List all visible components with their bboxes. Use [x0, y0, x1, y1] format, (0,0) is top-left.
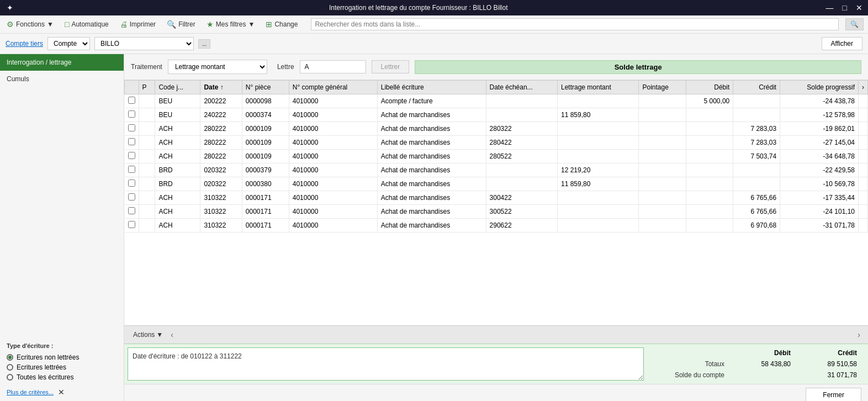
filtrer-button[interactable]: 🔍 Filtrer — [165, 19, 198, 30]
lettre-input[interactable] — [300, 60, 366, 73]
table-row[interactable]: ACH28022200001094010000Achat de marchand… — [125, 136, 868, 150]
th-echeance[interactable]: Date échéan... — [486, 81, 557, 94]
close-button[interactable]: ✕ — [854, 3, 865, 12]
table-row[interactable]: ACH31032200001714010000Achat de marchand… — [125, 205, 868, 219]
mes-filtres-label: Mes filtres — [216, 20, 246, 28]
table-row[interactable]: ACH28022200001094010000Achat de marchand… — [125, 122, 868, 136]
row-checkbox[interactable] — [128, 124, 135, 131]
th-scroll[interactable]: › — [859, 81, 868, 94]
radio-toutes-circle — [7, 374, 13, 381]
actions-label: Actions — [133, 331, 155, 339]
row-checkbox[interactable] — [128, 221, 135, 228]
row-checkbox[interactable] — [128, 152, 135, 159]
maximize-button[interactable]: □ — [840, 3, 849, 12]
search-input[interactable] — [311, 18, 839, 30]
radio-non-lettrees-label: Ecritures non lettrées — [17, 353, 79, 361]
th-piece[interactable]: N° pièce — [242, 81, 289, 94]
automatique-icon: □ — [65, 20, 69, 29]
minimize-button[interactable]: — — [824, 3, 836, 12]
table-row[interactable]: BRD02032200003804010000Achat de marchand… — [125, 177, 868, 191]
traitement-bar: Traitement Lettrage montant Lettre Lettr… — [124, 54, 868, 80]
expand-dots-button[interactable]: ... — [198, 39, 210, 49]
table-row[interactable]: BRD02032200003794010000Achat de marchand… — [125, 163, 868, 177]
table-row[interactable]: BEU20022200000984010000Acompte / facture… — [125, 94, 868, 108]
fonctions-button[interactable]: ⚙ Fonctions ▼ — [4, 19, 56, 30]
th-compte[interactable]: N° compte général — [289, 81, 377, 94]
row-checkbox[interactable] — [128, 110, 135, 118]
date-info-textarea[interactable]: Date d'écriture : de 010122 à 311222 — [128, 347, 644, 381]
radio-lettrees[interactable]: Ecritures lettrées — [7, 363, 117, 371]
imprimer-label: Imprimer — [130, 20, 156, 28]
row-checkbox[interactable] — [128, 166, 135, 173]
toolbar: ⚙ Fonctions ▼ □ Automatique 🖨 Imprimer 🔍… — [0, 15, 868, 34]
sidebar: Interrogation / lettrage Cumuls Type d'é… — [0, 54, 124, 401]
mes-filtres-icon: ★ — [207, 20, 214, 29]
th-credit[interactable]: Crédit — [733, 81, 780, 94]
main-layout: Interrogation / lettrage Cumuls Type d'é… — [0, 54, 868, 401]
fermer-button[interactable]: Fermer — [806, 388, 861, 401]
th-date[interactable]: Date ↑ — [200, 81, 242, 94]
imprimer-button[interactable]: 🖨 Imprimer — [118, 19, 158, 30]
mes-filtres-button[interactable]: ★ Mes filtres ▼ — [204, 19, 257, 30]
compte-dropdown[interactable]: Compte — [47, 37, 90, 50]
th-pointage[interactable]: Pointage — [639, 81, 686, 94]
radio-group: Ecritures non lettrées Ecritures lettrée… — [0, 351, 124, 383]
billo-dropdown[interactable]: BILLO — [94, 37, 194, 50]
traitement-select[interactable]: Lettrage montant — [168, 60, 267, 74]
window-controls: — □ ✕ — [824, 3, 865, 12]
sidebar-item-cumuls[interactable]: Cumuls — [0, 71, 124, 87]
th-p[interactable]: P — [139, 81, 155, 94]
fonctions-dropdown-icon: ▼ — [47, 20, 54, 28]
actions-button[interactable]: Actions ▼ — [130, 329, 166, 340]
clear-criteria-button[interactable]: ✕ — [58, 388, 65, 397]
table-row[interactable]: ACH28022200001094010000Achat de marchand… — [125, 150, 868, 163]
radio-non-lettrees-circle — [7, 354, 13, 361]
table-row[interactable]: ACH31032200001714010000Achat de marchand… — [125, 219, 868, 233]
bottom-btn-bar: Fermer — [124, 384, 868, 401]
compte-tiers-link[interactable]: Compte tiers — [6, 40, 43, 48]
solde-lettrage-button[interactable]: Solde lettrage — [415, 60, 861, 74]
compte-bar: Compte tiers Compte BILLO ... Afficher — [0, 34, 868, 54]
sidebar-item-interrogation[interactable]: Interrogation / lettrage — [0, 54, 124, 71]
scroll-left-button[interactable]: ‹ — [168, 329, 176, 340]
lettre-label: Lettre — [277, 63, 294, 71]
fonctions-icon: ⚙ — [7, 20, 14, 29]
more-criteria-link[interactable]: Plus de critères... — [7, 389, 54, 395]
table-container: P Code j... Date ↑ N° pièce N° compte gé… — [124, 80, 868, 325]
radio-lettrees-circle — [7, 364, 13, 371]
row-checkbox[interactable] — [128, 97, 135, 104]
totals-header-row: Débit Crédit — [658, 349, 857, 357]
th-lettrage[interactable]: Lettrage montant — [558, 81, 639, 94]
th-code[interactable]: Code j... — [155, 81, 200, 94]
sidebar-bottom-section: Type d'écriture : Ecritures non lettrées… — [0, 334, 124, 401]
row-checkbox[interactable] — [128, 193, 135, 200]
title-bar-title: Interrogation et lettrage du compte Four… — [13, 4, 824, 12]
table-row[interactable]: BEU24022200003744010000Achat de marchand… — [125, 108, 868, 122]
radio-toutes-label: Toutes les écritures — [17, 373, 73, 381]
search-button[interactable]: 🔍 — [845, 18, 864, 30]
change-label: Change — [274, 20, 298, 28]
automatique-button[interactable]: □ Automatique — [62, 19, 111, 30]
actions-dropdown-icon: ▼ — [156, 331, 163, 339]
row-checkbox[interactable] — [128, 180, 135, 187]
row-checkbox[interactable] — [128, 138, 135, 145]
row-checkbox[interactable] — [128, 207, 135, 214]
radio-non-lettrees[interactable]: Ecritures non lettrées — [7, 353, 117, 361]
th-libelle[interactable]: Libellé écriture — [377, 81, 486, 94]
sidebar-item-interrogation-label: Interrogation / lettrage — [7, 59, 71, 66]
lettrer-button[interactable]: Lettrer — [372, 60, 410, 73]
change-icon: ⊞ — [266, 20, 272, 29]
change-button[interactable]: ⊞ Change — [263, 19, 300, 30]
afficher-button[interactable]: Afficher — [822, 37, 862, 50]
filtrer-label: Filtrer — [178, 20, 195, 28]
table-row[interactable]: ACH31032200001714010000Achat de marchand… — [125, 191, 868, 205]
th-solde[interactable]: Solde progressif — [780, 81, 859, 94]
scroll-right-button[interactable]: › — [855, 329, 862, 340]
th-debit[interactable]: Débit — [686, 81, 733, 94]
radio-toutes[interactable]: Toutes les écritures — [7, 373, 117, 381]
imprimer-icon: 🖨 — [120, 20, 128, 29]
fonctions-label: Fonctions — [16, 20, 45, 28]
credit-totaux-value: 89 510,58 — [802, 360, 857, 368]
credit-header: Crédit — [802, 349, 857, 357]
actions-bar: Actions ▼ ‹ › — [124, 325, 868, 344]
